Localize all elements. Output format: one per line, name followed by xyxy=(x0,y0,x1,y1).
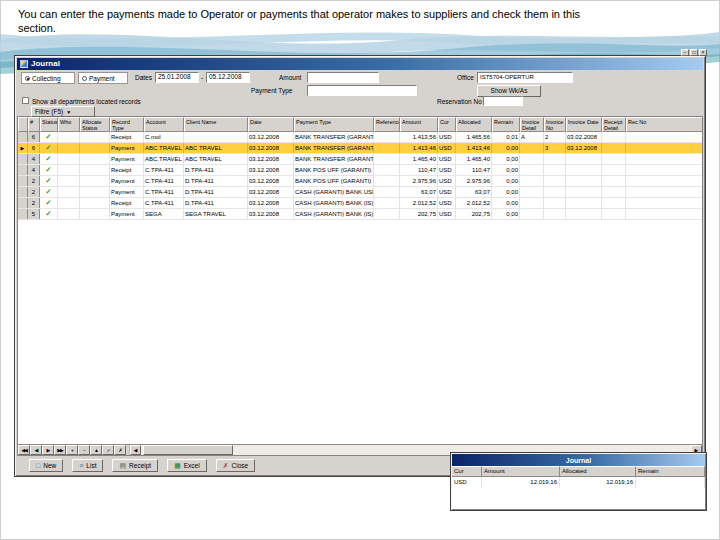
table-row[interactable]: 2✓PaymentC.TPA-411D.TPA-41103.12.2008BAN… xyxy=(18,176,702,187)
cell-remain: 0,00 xyxy=(492,187,520,197)
cell-who xyxy=(58,198,80,208)
grid-body: 6✓ReceiptC.mol03.12.2008BANK TRANSFER (G… xyxy=(18,132,702,220)
cell-rec-no xyxy=(626,165,703,175)
cell-inv-date: 03.02.2008 xyxy=(566,132,602,142)
close-button[interactable]: ✗Close xyxy=(216,459,256,472)
cell-record-type: Receipt xyxy=(110,198,144,208)
payment-type-input[interactable] xyxy=(307,85,417,96)
totals-row[interactable]: USD12.019,1612.019,16 xyxy=(452,477,705,488)
nav-insert-button[interactable]: + xyxy=(66,445,78,455)
new-button[interactable]: □New xyxy=(29,459,63,472)
radio-collecting[interactable]: Collecting xyxy=(21,72,75,84)
dates-label: Dates xyxy=(135,75,152,82)
cell-who xyxy=(58,154,80,164)
cell-client: SEGA TRAVEL xyxy=(184,209,248,219)
grid-column-header[interactable]: Record Type xyxy=(110,117,144,132)
nav-cancel-button[interactable]: ✗ xyxy=(114,445,126,455)
cell-num: 2 xyxy=(28,198,40,208)
nav-delete-button[interactable]: − xyxy=(78,445,90,455)
cell-who xyxy=(58,176,80,186)
nav-post-button[interactable]: ✓ xyxy=(102,445,114,455)
table-row[interactable]: 4✓ReceiptC.TPA-411D.TPA-41103.12.2008BAN… xyxy=(18,165,702,176)
journal-titlebar[interactable]: Journal xyxy=(17,58,703,70)
date-to-input[interactable]: 05.12.2008 xyxy=(206,72,250,83)
excel-button[interactable]: ▦Excel xyxy=(167,459,207,472)
grid-column-header[interactable]: Amount xyxy=(400,117,438,132)
cell-num: 4 xyxy=(28,154,40,164)
totals-empty-area xyxy=(452,488,705,509)
cell-inv-date xyxy=(566,165,602,175)
totals-cell-amount: 12.019,16 xyxy=(482,477,560,488)
grid-column-header[interactable]: Client Name xyxy=(184,117,248,132)
table-row[interactable]: 6✓ReceiptC.mol03.12.2008BANK TRANSFER (G… xyxy=(18,132,702,143)
date-from-input[interactable]: 25.01.2008 xyxy=(155,72,199,83)
record-navigator: ◀◀◀▶▶▶+−▲✓✗ xyxy=(18,445,126,455)
grid-column-header[interactable]: Status xyxy=(40,117,58,132)
grid-column-header[interactable]: Reference xyxy=(374,117,400,132)
radio-collecting-dot[interactable] xyxy=(25,76,30,81)
grid-column-header[interactable]: Payment Type xyxy=(294,117,374,132)
nav-first-button[interactable]: ◀◀ xyxy=(18,445,30,455)
cell-reference xyxy=(374,187,400,197)
filter-button[interactable]: Filtre (F5)▼ xyxy=(31,106,95,117)
table-row[interactable]: 5✓PaymentSEGASEGA TRAVEL03.12.2008CASH (… xyxy=(18,209,702,220)
restore-button[interactable]: □ xyxy=(690,49,698,56)
list-button[interactable]: ≡List xyxy=(72,459,103,472)
radio-payment-dot[interactable] xyxy=(82,76,87,81)
excel-icon: ▦ xyxy=(174,462,181,469)
totals-column-header: Amount xyxy=(482,466,560,477)
amount-input[interactable] xyxy=(307,72,379,83)
close-button[interactable]: × xyxy=(699,49,707,56)
grid-column-header[interactable]: Allocate Status xyxy=(80,117,110,132)
grid-column-header[interactable]: Allocated xyxy=(456,117,492,132)
nav-prior-button[interactable]: ◀ xyxy=(30,445,42,455)
grid-column-header[interactable]: Account xyxy=(144,117,184,132)
cell-remain: 0,00 xyxy=(492,165,520,175)
grid-column-header[interactable]: Cur xyxy=(438,117,456,132)
nav-last-button[interactable]: ▶▶ xyxy=(54,445,66,455)
reservation-input[interactable] xyxy=(483,96,523,106)
status-check-icon: ✓ xyxy=(40,187,58,197)
table-row[interactable]: ▶6✓PaymentABC.TRAVELABC TRAVEL03.12.2008… xyxy=(18,143,702,154)
minimize-button[interactable]: − xyxy=(681,49,689,56)
grid-column-header[interactable]: Invoice Date xyxy=(566,117,602,132)
cell-alloc-status xyxy=(80,132,110,142)
status-check-icon: ✓ xyxy=(40,143,58,153)
cell-allocated: 2.012,52 xyxy=(456,198,492,208)
grid-column-header[interactable]: Who xyxy=(58,117,80,132)
grid-column-header[interactable]: Rec No xyxy=(626,117,703,132)
cell-remain: 0,00 xyxy=(492,154,520,164)
row-selector-cell xyxy=(18,176,28,186)
grid-column-header[interactable]: Receipt Detail xyxy=(602,117,626,132)
radio-payment-label: Payment xyxy=(89,75,115,82)
radio-payment[interactable]: Payment xyxy=(78,72,128,84)
table-row[interactable]: 4✓PaymentABC.TRAVELABC TRAVEL03.12.2008B… xyxy=(18,154,702,165)
window-controls: −□× xyxy=(681,49,707,56)
cell-num: 6 xyxy=(28,132,40,142)
cell-account: C.mol xyxy=(144,132,184,142)
table-row[interactable]: 2✓ReceiptC.TPA-411D.TPA-41103.12.2008CAS… xyxy=(18,198,702,209)
scrollbar-thumb[interactable] xyxy=(143,445,233,455)
scroll-left-arrow[interactable]: ◀ xyxy=(130,445,141,455)
nav-edit-button[interactable]: ▲ xyxy=(90,445,102,455)
table-row[interactable]: 2✓PaymentC.TPA-411D.TPA-41103.12.2008CAS… xyxy=(18,187,702,198)
status-check-icon: ✓ xyxy=(40,209,58,219)
office-combo[interactable]: IST5704-OPERTUR xyxy=(477,72,573,83)
cell-inv-detail: A xyxy=(520,132,544,142)
cell-payment-type: BANK POS UFF (GARANTI) xyxy=(294,165,374,175)
grid-column-header[interactable]: Date xyxy=(248,117,294,132)
cell-client: ABC TRAVEL xyxy=(184,154,248,164)
cell-amount: 110,47 xyxy=(400,165,438,175)
cell-client: D.TPA-411 xyxy=(184,187,248,197)
list-icon: ≡ xyxy=(79,462,83,469)
grid-column-header[interactable]: # xyxy=(28,117,40,132)
totals-titlebar[interactable]: Journal xyxy=(452,454,705,466)
cell-who xyxy=(58,209,80,219)
nav-next-button[interactable]: ▶ xyxy=(42,445,54,455)
grid-column-header[interactable]: Invoice No xyxy=(544,117,566,132)
grid-column-header[interactable]: Remain xyxy=(492,117,520,132)
receipt-icon: ▤ xyxy=(119,462,126,469)
show-all-checkbox[interactable] xyxy=(22,97,29,104)
grid-column-header[interactable]: Invoice Detail xyxy=(520,117,544,132)
receipt-button[interactable]: ▤Receipt xyxy=(112,459,158,472)
